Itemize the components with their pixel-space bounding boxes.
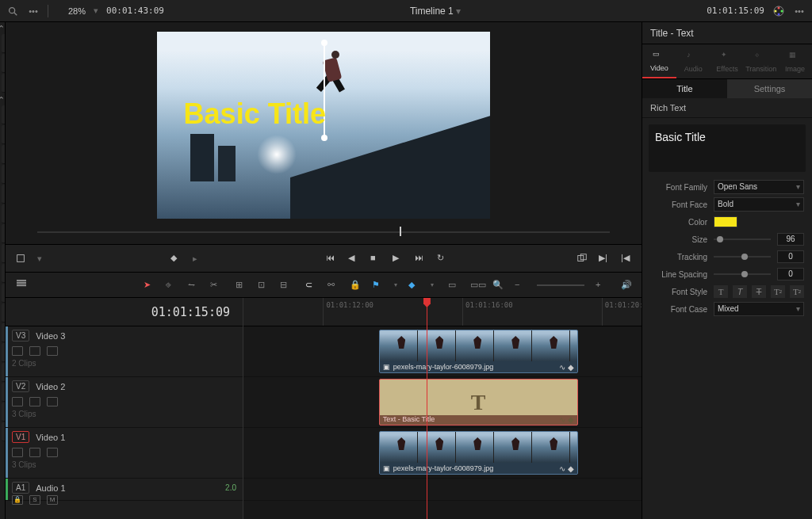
lock-icon[interactable]: [12, 346, 23, 356]
next-edit-icon[interactable]: ▶|: [599, 253, 610, 264]
track-v2[interactable]: T Text - Basic Title ∿ ◆: [243, 377, 642, 428]
track-v3[interactable]: ▣pexels-mary-taylor-6008979.jpg ∿ ◆: [243, 326, 642, 377]
font-case-select[interactable]: Mixed▾: [714, 302, 804, 316]
zoom-in-icon[interactable]: +: [596, 280, 607, 291]
inspector-tab-effects[interactable]: ✦Effects: [710, 44, 745, 78]
zoom-preset-icon[interactable]: ▭: [448, 280, 459, 291]
timeline-title[interactable]: Timeline 1: [410, 6, 454, 17]
trim-tool-icon[interactable]: ⎆: [166, 280, 177, 291]
font-family-select[interactable]: Open Sans▾: [714, 180, 804, 194]
size-value[interactable]: 96: [777, 233, 804, 246]
track-tag[interactable]: V1: [12, 431, 29, 443]
line-spacing-value[interactable]: 0: [777, 268, 804, 280]
dynamic-trim-icon[interactable]: ⥊: [188, 280, 199, 291]
more-icon[interactable]: •••: [27, 5, 40, 17]
track-header[interactable]: V1Video 13 Clips: [6, 428, 243, 479]
prev-marker-icon[interactable]: ◆: [170, 253, 182, 264]
mute-icon[interactable]: M: [47, 495, 58, 505]
clip-video[interactable]: ▣pexels-mary-taylor-6008979.jpg ∿ ◆: [379, 330, 578, 373]
timeline-ruler[interactable]: 01:01:12:0001:01:16:0001:01:20:00: [243, 298, 642, 326]
clip-label: Text - Basic Title: [380, 415, 577, 425]
style-underline-button[interactable]: T: [752, 285, 766, 298]
overwrite-icon[interactable]: ⊡: [258, 280, 269, 291]
inspector-tab-image[interactable]: ▦Image: [778, 44, 812, 78]
tracking-slider[interactable]: [714, 256, 771, 258]
track-header[interactable]: V2Video 23 Clips: [6, 377, 243, 428]
full-extent-icon[interactable]: ▭▭: [470, 280, 481, 291]
zoom-out-icon[interactable]: −: [515, 280, 526, 291]
collapse-icon[interactable]: ⌃: [0, 93, 6, 105]
track-header[interactable]: A1Audio 12.0🔒SM: [6, 479, 243, 501]
clip-fx-icon[interactable]: ∿ ◆: [559, 363, 574, 372]
track-header[interactable]: V3Video 32 Clips: [6, 326, 243, 377]
color-swatch[interactable]: [714, 216, 737, 227]
match-frame-icon[interactable]: [576, 253, 588, 264]
text-input[interactable]: Basic Title: [649, 124, 806, 172]
next-frame-icon[interactable]: ⏭: [415, 253, 426, 264]
playhead[interactable]: [427, 298, 427, 519]
auto-select-icon[interactable]: [29, 346, 40, 356]
track-tag[interactable]: A1: [12, 482, 29, 494]
style-normal-button[interactable]: T: [714, 285, 728, 298]
clip-fx-icon[interactable]: ∿ ◆: [559, 415, 574, 424]
font-face-select[interactable]: Bold▾: [714, 197, 804, 212]
thumbnail-icon[interactable]: [47, 448, 58, 457]
viewer-canvas[interactable]: Basic Title: [157, 32, 490, 219]
blade-tool-icon[interactable]: ✂: [210, 280, 221, 291]
color-icon[interactable]: [772, 5, 785, 17]
auto-select-icon[interactable]: [29, 397, 40, 406]
search-icon[interactable]: [6, 5, 19, 17]
auto-select-icon[interactable]: [29, 448, 40, 457]
arrow-tool-icon[interactable]: ➤: [144, 280, 155, 291]
play-icon[interactable]: ▶: [393, 253, 404, 264]
subtab-title[interactable]: Title: [642, 79, 727, 98]
track-a1[interactable]: [243, 479, 642, 501]
timeline-tracks[interactable]: 01:01:12:0001:01:16:0001:01:20:00 ▣pexel…: [243, 298, 642, 519]
collapse-icon[interactable]: ⌃: [0, 22, 6, 33]
prop-label: Font Style: [650, 288, 707, 296]
track-tag[interactable]: V3: [12, 330, 29, 342]
style-italic-button[interactable]: T: [733, 285, 747, 298]
thumbnail-icon[interactable]: [47, 397, 58, 406]
link-icon[interactable]: ⚯: [327, 280, 339, 291]
track-v1[interactable]: ▣pexels-mary-taylor-6008979.jpg ∿ ◆: [243, 428, 642, 479]
first-frame-icon[interactable]: ⏮: [326, 253, 337, 264]
prev-frame-icon[interactable]: ◀: [348, 253, 359, 264]
loop-icon[interactable]: ↻: [437, 253, 448, 264]
crop-icon[interactable]: [15, 253, 26, 264]
volume-icon[interactable]: 🔊: [621, 280, 632, 291]
replace-icon[interactable]: ⊟: [280, 280, 291, 291]
insert-icon[interactable]: ⊞: [236, 280, 247, 291]
thumbnail-icon[interactable]: [47, 346, 58, 356]
snap-icon[interactable]: ⊂: [305, 280, 316, 291]
stop-icon[interactable]: ■: [370, 253, 381, 264]
lock-icon[interactable]: 🔒: [12, 495, 23, 505]
clip-title[interactable]: T Text - Basic Title ∿ ◆: [379, 379, 578, 426]
title-overlay[interactable]: Basic Title: [184, 97, 326, 131]
more-icon[interactable]: •••: [793, 5, 806, 17]
line-spacing-slider[interactable]: [714, 273, 771, 275]
timeline-view-icon[interactable]: [15, 280, 26, 291]
tracking-value[interactable]: 0: [777, 250, 804, 263]
zoom-icon[interactable]: 🔍: [492, 280, 504, 291]
inspector-tab-audio[interactable]: ♪Audio: [676, 44, 710, 78]
viewer-scrubber[interactable]: [6, 225, 642, 238]
lock-icon[interactable]: [12, 448, 23, 457]
subtab-settings[interactable]: Settings: [727, 79, 812, 98]
clip-video[interactable]: ▣pexels-mary-taylor-6008979.jpg ∿ ◆: [379, 431, 578, 475]
last-frame-icon[interactable]: |◀: [621, 253, 632, 264]
style-subscript-button[interactable]: T2: [790, 285, 804, 298]
lock-icon[interactable]: [12, 397, 23, 406]
zoom-level[interactable]: 28%: [68, 6, 86, 16]
flag-icon[interactable]: ⚑: [372, 280, 383, 291]
size-slider[interactable]: [714, 239, 771, 240]
track-tag[interactable]: V2: [12, 380, 29, 392]
solo-icon[interactable]: S: [29, 495, 40, 505]
zoom-slider[interactable]: [537, 284, 584, 286]
lock-icon[interactable]: 🔒: [350, 280, 361, 291]
marker-icon[interactable]: ◆: [408, 280, 419, 291]
inspector-tab-transition[interactable]: ⟐Transition: [744, 44, 778, 78]
inspector-tab-video[interactable]: ▭Video: [642, 44, 676, 78]
clip-fx-icon[interactable]: ∿ ◆: [559, 464, 574, 473]
style-superscript-button[interactable]: T2: [771, 285, 785, 298]
